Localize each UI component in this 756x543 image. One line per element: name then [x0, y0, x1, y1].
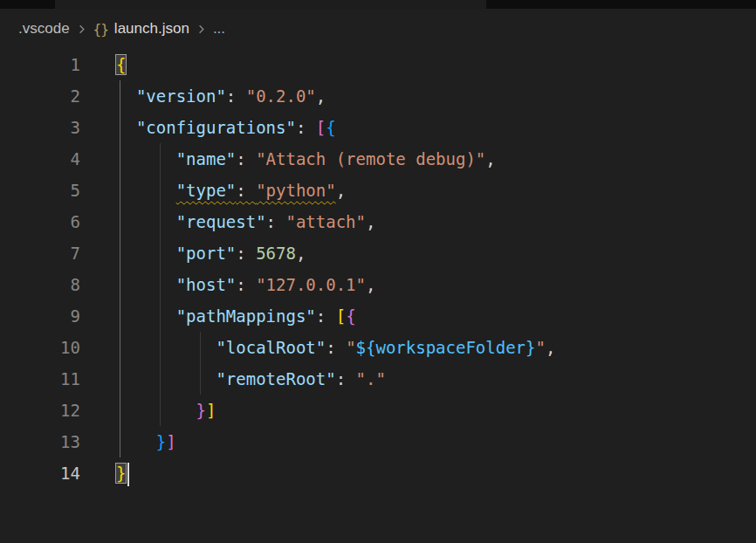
- code-token: ,: [366, 275, 375, 294]
- code-token: :: [326, 338, 346, 357]
- code-token: ]: [206, 401, 216, 420]
- line-number[interactable]: 11: [0, 363, 80, 395]
- code-token: [116, 86, 136, 106]
- code-token: "request": [176, 212, 266, 231]
- code-line[interactable]: "localRoot": "${workspaceFolder}",: [116, 332, 756, 363]
- line-number[interactable]: 8: [0, 269, 80, 300]
- code-token: :: [236, 275, 256, 294]
- code-token: {: [326, 118, 335, 137]
- line-number[interactable]: 12: [0, 395, 80, 426]
- code-token: ,: [316, 86, 326, 106]
- chevron-right-icon: [75, 23, 88, 36]
- code-token: "Attach (remote debug)": [256, 149, 485, 168]
- code-token: [116, 181, 176, 200]
- code-token: "name": [176, 149, 237, 168]
- code-token: [: [336, 306, 346, 326]
- code-token: [: [316, 118, 326, 137]
- line-number[interactable]: 4: [0, 143, 80, 175]
- code-token: ]: [166, 432, 175, 451]
- code-line[interactable]: "remoteRoot": ".": [116, 363, 756, 395]
- code-token: "pathMappings": [176, 306, 316, 326]
- editor[interactable]: 1234567891011121314 { "version": "0.2.0"…: [0, 49, 756, 543]
- code-token: 5678: [256, 244, 296, 263]
- code-token: ": [535, 338, 545, 357]
- code-token: [116, 338, 216, 357]
- code-line[interactable]: "host": "127.0.0.1",: [116, 269, 756, 300]
- line-number[interactable]: 2: [0, 80, 80, 112]
- code-token: :: [236, 181, 256, 200]
- code-token: "attach": [285, 212, 366, 231]
- line-number[interactable]: 3: [0, 112, 80, 143]
- tab-bar[interactable]: [0, 0, 756, 9]
- code-token: ,: [485, 149, 495, 168]
- code-line[interactable]: "name": "Attach (remote debug)",: [116, 143, 756, 175]
- code-token: [116, 118, 136, 137]
- code-line[interactable]: "port": 5678,: [116, 237, 756, 269]
- line-number[interactable]: 9: [0, 300, 80, 332]
- code-token: [116, 432, 156, 451]
- code-area[interactable]: { "version": "0.2.0", "configurations": …: [80, 49, 756, 543]
- code-token: "host": [176, 275, 237, 294]
- code-token: ,: [366, 212, 375, 231]
- code-token: :: [296, 118, 316, 137]
- code-token: "127.0.0.1": [256, 275, 366, 294]
- breadcrumb: .vscode {} launch.json ...: [0, 9, 756, 49]
- code-token: "remoteRoot": [216, 369, 335, 388]
- code-line[interactable]: "version": "0.2.0",: [116, 80, 756, 112]
- code-token: "localRoot": [216, 338, 326, 357]
- code-token: :: [236, 149, 256, 168]
- code-lines: { "version": "0.2.0", "configurations": …: [116, 49, 756, 489]
- code-token: ,: [546, 338, 555, 357]
- line-number[interactable]: 13: [0, 426, 80, 457]
- code-token: [116, 401, 196, 420]
- code-line[interactable]: }]: [116, 395, 756, 426]
- line-number[interactable]: 6: [0, 206, 80, 237]
- line-number[interactable]: 5: [0, 175, 80, 206]
- code-token: :: [336, 369, 356, 388]
- json-file-icon: {}: [93, 21, 108, 38]
- vscode-window: .vscode {} launch.json ... 1234567891011…: [0, 0, 756, 543]
- code-token: [116, 212, 176, 231]
- line-number[interactable]: 10: [0, 332, 80, 363]
- code-token: ".": [356, 369, 386, 388]
- breadcrumb-file[interactable]: launch.json: [114, 20, 189, 38]
- code-token: ": [346, 338, 355, 357]
- active-tab-edge[interactable]: [55, 0, 486, 9]
- code-token: ,: [296, 244, 306, 263]
- code-line[interactable]: "configurations": [{: [116, 112, 756, 143]
- code-token: ${workspaceFolder}: [356, 338, 536, 357]
- code-line[interactable]: "pathMappings": [{: [116, 300, 756, 332]
- code-line[interactable]: "type": "python",: [116, 175, 756, 206]
- code-line[interactable]: {: [116, 49, 756, 80]
- code-token: :: [266, 212, 286, 231]
- code-token: [116, 244, 176, 263]
- line-number[interactable]: 14: [0, 457, 80, 489]
- code-token: "python": [256, 181, 336, 200]
- code-token: "port": [176, 244, 237, 263]
- code-token: :: [226, 86, 246, 106]
- code-token: }: [196, 401, 206, 420]
- code-line[interactable]: }: [116, 457, 756, 489]
- code-token: ,: [336, 181, 346, 200]
- code-token: }: [156, 432, 166, 451]
- code-token: [116, 306, 176, 326]
- code-token: :: [236, 244, 256, 263]
- code-token: {: [116, 55, 126, 74]
- chevron-right-icon: [195, 23, 208, 36]
- code-token: [116, 275, 176, 294]
- line-number[interactable]: 1: [0, 49, 80, 80]
- code-line[interactable]: }]: [116, 426, 756, 457]
- code-token: [116, 369, 216, 388]
- code-line[interactable]: "request": "attach",: [116, 206, 756, 237]
- code-token: {: [346, 306, 355, 326]
- breadcrumb-overflow[interactable]: ...: [213, 20, 225, 38]
- line-number[interactable]: 7: [0, 237, 80, 269]
- code-token: "configurations": [136, 118, 296, 137]
- code-token: :: [316, 306, 336, 326]
- breadcrumb-folder[interactable]: .vscode: [18, 20, 70, 38]
- code-token: "0.2.0": [246, 86, 316, 106]
- gutter[interactable]: 1234567891011121314: [0, 49, 80, 543]
- code-token: }: [116, 464, 126, 483]
- code-token: "type": [176, 181, 237, 200]
- code-token: [116, 149, 176, 168]
